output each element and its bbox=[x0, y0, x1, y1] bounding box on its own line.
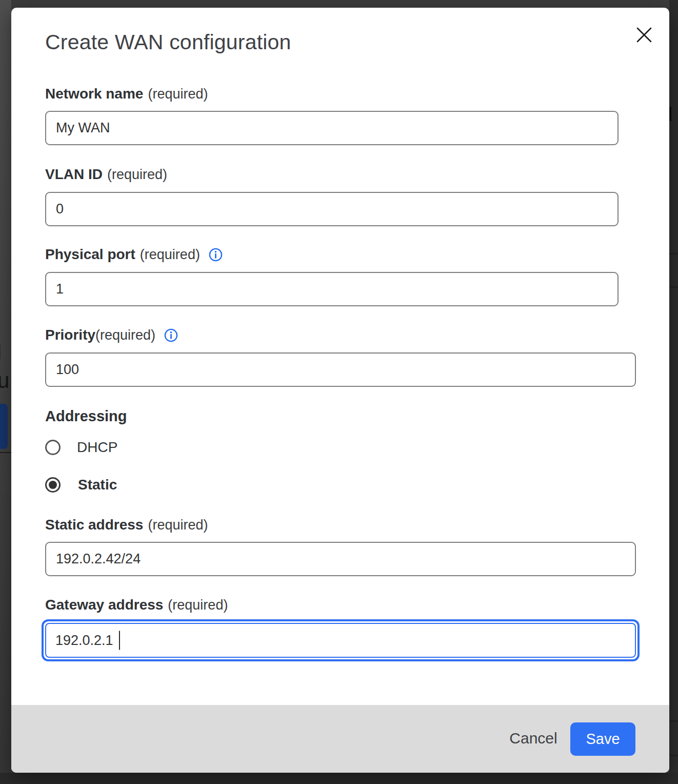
text-cursor bbox=[119, 631, 120, 650]
background-divider-fragment bbox=[669, 720, 678, 722]
background-text-fragment: u bbox=[0, 368, 9, 393]
network-name-input[interactable] bbox=[45, 111, 619, 145]
field-label-text: Static address bbox=[45, 517, 143, 533]
network-name-label: Network name (required) bbox=[45, 86, 208, 102]
close-x-glyph bbox=[634, 25, 654, 45]
static-address-input[interactable] bbox=[45, 542, 636, 576]
background-divider-fragment bbox=[669, 286, 678, 288]
field-label-text: Gateway address bbox=[45, 597, 163, 613]
dialog-title: Create WAN configuration bbox=[45, 30, 291, 54]
radio-option-dhcp[interactable]: DHCP bbox=[45, 439, 117, 456]
background-divider-fragment bbox=[669, 755, 678, 756]
field-required-text: (required) bbox=[148, 86, 208, 102]
field-required-text: (required) bbox=[140, 247, 200, 263]
radio-label: Static bbox=[78, 477, 117, 493]
info-icon[interactable] bbox=[208, 247, 223, 262]
static-address-label: Static address (required) bbox=[45, 517, 208, 533]
save-button[interactable]: Save bbox=[570, 722, 635, 756]
field-label-text: Network name bbox=[45, 86, 143, 102]
background-button-fragment bbox=[0, 404, 8, 449]
physical-port-label: Physical port (required) bbox=[45, 246, 223, 263]
create-wan-configuration-dialog: Create WAN configuration Network name (r… bbox=[11, 8, 669, 773]
backdrop-bottom-band bbox=[0, 773, 678, 784]
background-divider-fragment bbox=[0, 452, 11, 453]
background-text-fragment: g bbox=[0, 332, 2, 364]
radio-unselected-icon bbox=[45, 440, 61, 455]
vlan-id-label: VLAN ID (required) bbox=[45, 166, 167, 183]
addressing-heading: Addressing bbox=[45, 408, 127, 425]
field-required-text: (required) bbox=[148, 517, 208, 533]
close-icon[interactable] bbox=[633, 24, 655, 46]
radio-selected-icon bbox=[45, 477, 61, 493]
field-label-text: VLAN ID bbox=[45, 166, 103, 183]
field-required-text: (required) bbox=[168, 597, 228, 613]
field-required-text: (required) bbox=[107, 167, 167, 183]
gateway-address-label: Gateway address (required) bbox=[45, 597, 228, 613]
vlan-id-input[interactable] bbox=[45, 192, 619, 226]
physical-port-input[interactable] bbox=[45, 272, 619, 306]
field-required-text: (required) bbox=[95, 327, 155, 343]
gateway-address-input[interactable] bbox=[45, 623, 636, 658]
info-icon[interactable] bbox=[164, 328, 178, 343]
priority-input[interactable] bbox=[45, 352, 636, 387]
radio-option-static[interactable]: Static bbox=[45, 477, 117, 493]
cancel-button[interactable]: Cancel bbox=[492, 719, 574, 758]
priority-label: Priority (required) bbox=[45, 327, 178, 343]
gateway-address-focus-ring bbox=[42, 619, 640, 661]
field-label-text: Physical port bbox=[45, 246, 135, 263]
background-divider-fragment bbox=[669, 253, 678, 254]
radio-label: DHCP bbox=[77, 439, 117, 456]
field-label-text: Priority bbox=[45, 327, 95, 343]
